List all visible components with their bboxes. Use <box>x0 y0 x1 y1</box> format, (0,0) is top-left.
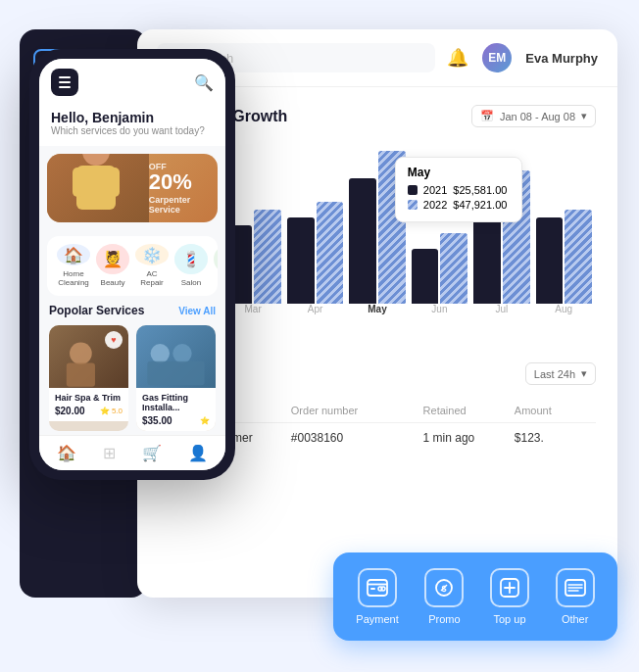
popular-section: Popolar Services View All ♥ Hair Spa & T… <box>39 296 225 435</box>
action-topup[interactable]: Top up <box>490 568 529 625</box>
tooltip-value1: $25,581.00 <box>453 184 507 196</box>
extra-icon: ⚡ <box>214 244 218 274</box>
ac-repair-icon: ❄️ <box>135 244 169 264</box>
popular-card-2[interactable]: Gas Fitting Installa... $35.00 ⭐ <box>136 325 216 431</box>
service-extra[interactable]: ⚡ E... <box>214 244 218 288</box>
tooltip-dot-2 <box>408 200 418 210</box>
header-right: 🔔 EM Eva Murphy <box>447 43 598 72</box>
beauty-label: Beauty <box>101 278 125 288</box>
service-salon[interactable]: 💈 Salon <box>174 244 208 288</box>
phone-search-icon[interactable]: 🔍 <box>194 73 214 92</box>
tooltip-row-2: 2022 $47,921.00 <box>408 199 510 211</box>
popular-card-image-2 <box>136 325 216 388</box>
home-cleaning-icon: 🏠 <box>57 244 90 264</box>
popular-card-info-2: Gas Fitting Installa... $35.00 ⭐ <box>136 388 216 431</box>
card-rating-2: ⭐ <box>200 416 210 425</box>
promo-image <box>47 154 149 222</box>
svg-point-7 <box>151 344 170 362</box>
phone-mockup: 🔍 Hello, Benjamin Which services do you … <box>29 49 235 480</box>
svg-rect-12 <box>370 588 375 590</box>
card-price-2: $35.00 <box>142 415 172 426</box>
service-beauty[interactable]: 💆 Beauty <box>96 244 129 288</box>
promo-service: Carpenter Service <box>149 195 210 215</box>
greeting-name: Hello, Benjamin <box>51 110 214 125</box>
beauty-icon: 💆 <box>96 244 129 274</box>
phone-nav-cart[interactable]: 🛒 <box>142 444 162 462</box>
promo-label: Promo <box>428 613 460 625</box>
chevron-down-icon: ▾ <box>581 110 587 122</box>
other-label: Other <box>562 613 589 625</box>
chevron-down-icon-2: ▾ <box>581 367 587 380</box>
service-icons: 🏠 HomeCleaning 💆 Beauty ❄️ ACRepair 💈 Sa… <box>47 236 218 296</box>
bar-aug-2021 <box>536 217 564 304</box>
bar-apr-2021 <box>287 217 315 304</box>
svg-rect-6 <box>67 362 95 386</box>
popular-card-1[interactable]: ♥ Hair Spa & Trim $20.00 ⭐ 5.0 <box>49 325 128 431</box>
salon-label: Salon <box>181 278 201 288</box>
hamburger-button[interactable] <box>51 69 78 96</box>
topup-label: Top up <box>494 613 526 625</box>
bar-jun-2021 <box>412 249 439 304</box>
popular-title: Popolar Services <box>49 304 144 317</box>
user-name: Eva Murphy <box>525 51 598 66</box>
svg-point-5 <box>70 342 92 364</box>
phone-nav-grid[interactable]: ⊞ <box>103 444 116 462</box>
label-may: May <box>349 304 405 314</box>
bar-may-2021 <box>349 178 376 304</box>
promo-text: OFF 20% Carpenter Service <box>141 154 218 222</box>
card-name-2: Gas Fitting Installa... <box>142 393 210 412</box>
date-range[interactable]: 📅 Jan 08 - Aug 08 ▾ <box>471 105 596 127</box>
phone-nav-profile[interactable]: 👤 <box>188 444 208 462</box>
card-name-1: Hair Spa & Trim <box>55 393 123 403</box>
card-price-1: $20.00 <box>55 406 85 416</box>
tooltip-dot-1 <box>408 185 418 195</box>
view-all-link[interactable]: View All <box>178 306 216 316</box>
svg-rect-3 <box>73 168 84 197</box>
bar-mar-2022 <box>254 210 281 304</box>
promo-percent: 20% <box>149 171 210 193</box>
popular-card-info-1: Hair Spa & Trim $20.00 ⭐ 5.0 <box>49 388 128 421</box>
salon-icon: 💈 <box>174 244 208 274</box>
tooltip-month: May <box>408 166 510 179</box>
avatar: EM <box>482 43 512 72</box>
row-retained: 1 min ago <box>423 431 505 445</box>
col-header-amount: Amount <box>515 405 596 416</box>
home-cleaning-label: HomeCleaning <box>58 269 89 288</box>
action-payment[interactable]: Payment <box>356 568 398 625</box>
svg-point-8 <box>172 344 191 362</box>
col-header-order: Order number <box>291 405 414 416</box>
phone-header: 🔍 <box>39 59 225 104</box>
payment-label: Payment <box>356 613 398 625</box>
col-header-retained: Retained <box>423 405 505 416</box>
other-icon-box <box>556 568 595 607</box>
service-ac-repair[interactable]: ❄️ ACRepair <box>135 244 169 288</box>
svg-point-14 <box>378 587 382 591</box>
hamburger-icon <box>59 76 71 88</box>
activity-filter[interactable]: Last 24h ▾ <box>525 362 596 385</box>
bar-group-jun <box>412 233 467 304</box>
bell-icon[interactable]: 🔔 <box>447 47 468 69</box>
phone-nav-home[interactable]: 🏠 <box>57 444 76 462</box>
bar-group-aug <box>536 210 592 304</box>
greeting-section: Hello, Benjamin Which services do you wa… <box>39 104 225 146</box>
tooltip-value2: $47,921.00 <box>453 199 507 211</box>
calendar-icon: 📅 <box>480 110 494 122</box>
popular-card-image-1: ♥ <box>49 325 128 388</box>
popular-cards: ♥ Hair Spa & Trim $20.00 ⭐ 5.0 <box>49 325 216 431</box>
service-home-cleaning[interactable]: 🏠 HomeCleaning <box>57 244 90 288</box>
label-jul: Jul <box>473 304 529 314</box>
row-order: #0038160 <box>291 431 414 445</box>
date-range-text: Jan 08 - Aug 08 <box>500 111 575 122</box>
action-promo[interactable]: $ Promo <box>424 568 464 625</box>
bar-jun-2022 <box>440 233 467 304</box>
bar-aug-2022 <box>565 210 592 304</box>
tooltip-year2: 2022 <box>423 199 447 211</box>
label-aug: Aug <box>536 304 592 314</box>
phone-screen: 🔍 Hello, Benjamin Which services do you … <box>39 59 225 470</box>
ac-repair-label: ACRepair <box>140 269 164 288</box>
action-other[interactable]: Other <box>556 568 595 625</box>
bar-apr-2022 <box>317 202 344 304</box>
label-apr: Apr <box>287 304 343 314</box>
row-amount: $123. <box>515 431 596 445</box>
promo-banner[interactable]: OFF 20% Carpenter Service <box>47 154 218 222</box>
